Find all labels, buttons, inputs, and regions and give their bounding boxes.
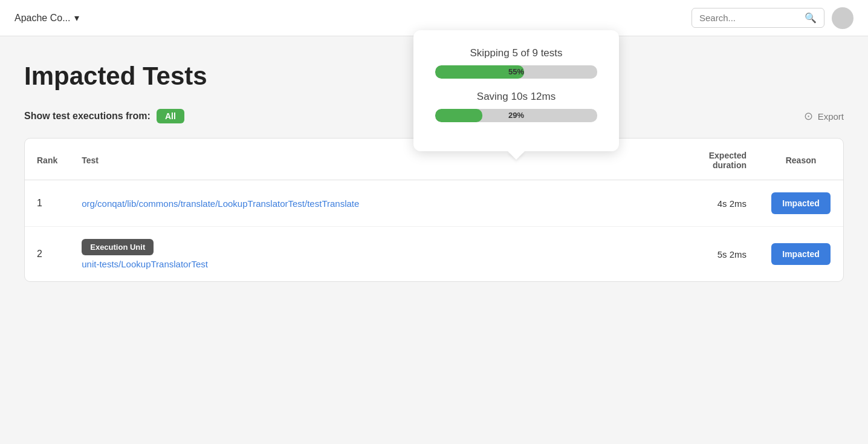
execution-unit-tooltip: Execution Unit: [82, 239, 154, 255]
col-reason: Reason: [759, 139, 843, 180]
row-2-reason: Impacted: [759, 227, 843, 282]
row-2-impacted-button[interactable]: Impacted: [771, 243, 830, 265]
row-1-impacted-button[interactable]: Impacted: [771, 192, 830, 214]
save-progress-bar: 29%: [435, 109, 597, 122]
row-1-duration: 4s 2ms: [686, 180, 759, 227]
all-badge[interactable]: All: [157, 109, 184, 123]
show-executions-label: Show test executions from: All: [24, 109, 184, 123]
row-2-duration: 5s 2ms: [686, 227, 759, 282]
row-2-test-link[interactable]: unit-tests/LookupTranslatorTest: [82, 259, 208, 269]
dropdown-icon: ▾: [74, 12, 79, 24]
skip-progress-bar: 55%: [435, 65, 597, 79]
row-1-test-link[interactable]: org/conqat/lib/commons/translate/LookupT…: [82, 198, 359, 209]
search-input[interactable]: [699, 13, 805, 23]
skip-title: Skipping 5 of 9 tests: [435, 47, 597, 59]
tests-table: Rank Test Expected duration Reason 1 org…: [25, 139, 843, 281]
search-box[interactable]: 🔍: [691, 8, 824, 28]
export-icon: ⊙: [804, 109, 813, 123]
row-2-test: Execution Unit unit-tests/LookupTranslat…: [70, 227, 686, 282]
show-label-text: Show test executions from:: [24, 111, 151, 122]
table-row: 2 Execution Unit unit-tests/LookupTransl…: [25, 227, 843, 282]
save-progress-label: 29%: [435, 109, 597, 122]
skip-progress-label: 55%: [435, 65, 597, 79]
col-rank: Rank: [25, 139, 70, 180]
col-expected-duration: Expected duration: [686, 139, 759, 180]
table-row: 1 org/conqat/lib/commons/translate/Looku…: [25, 180, 843, 227]
export-label: Export: [818, 111, 844, 122]
row-2-rank: 2: [25, 227, 70, 282]
row-1-rank: 1: [25, 180, 70, 227]
header-right: 🔍: [691, 7, 853, 29]
save-title: Saving 10s 12ms: [435, 91, 597, 103]
app-name: Apache Co...: [15, 13, 71, 24]
main-content: Skipping 5 of 9 tests 55% Saving 10s 12m…: [0, 36, 868, 301]
row-1-test: org/conqat/lib/commons/translate/LookupT…: [70, 180, 686, 227]
row-1-reason: Impacted: [759, 180, 843, 227]
tests-table-container: Rank Test Expected duration Reason 1 org…: [24, 138, 844, 282]
app-selector[interactable]: Apache Co... ▾: [15, 12, 79, 24]
avatar[interactable]: [832, 7, 853, 29]
export-button[interactable]: ⊙ Export: [804, 109, 844, 123]
search-icon: 🔍: [805, 12, 817, 24]
stats-popup: Skipping 5 of 9 tests 55% Saving 10s 12m…: [413, 30, 619, 151]
